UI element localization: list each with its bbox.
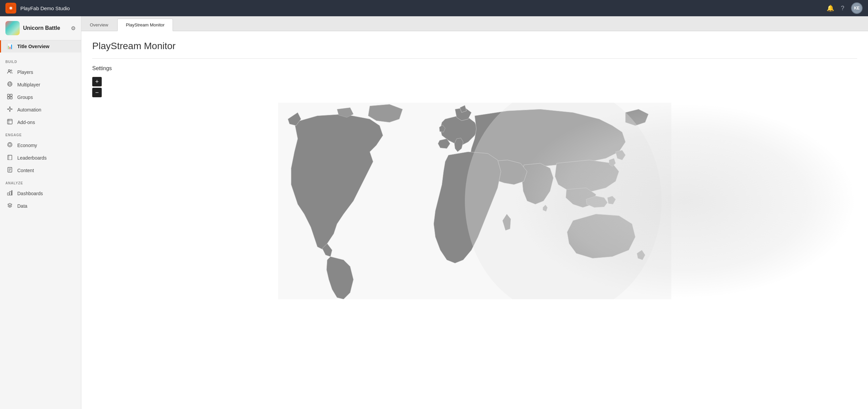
svg-point-36 <box>465 103 662 299</box>
svg-rect-33 <box>9 191 11 195</box>
groups-label: Groups <box>17 95 33 100</box>
svg-rect-7 <box>7 94 9 96</box>
svg-point-24 <box>9 144 11 146</box>
sidebar-item-players[interactable]: Players <box>0 66 81 78</box>
notifications-icon[interactable]: 🔔 <box>827 4 834 12</box>
world-map-container <box>92 103 857 299</box>
sidebar-item-multiplayer[interactable]: Multiplayer <box>0 78 81 91</box>
sidebar-item-automation[interactable]: Automation <box>0 103 81 116</box>
svg-point-23 <box>8 143 12 147</box>
svg-point-15 <box>12 109 12 109</box>
sidebar-item-title-overview[interactable]: 📊 Title Overview <box>0 40 81 53</box>
title-overview-label: Title Overview <box>17 44 50 49</box>
svg-rect-10 <box>10 97 12 99</box>
addons-label: Add-ons <box>17 120 35 125</box>
players-icon <box>6 69 13 75</box>
sidebar-item-economy[interactable]: Economy <box>0 139 81 151</box>
sidebar-item-groups[interactable]: Groups <box>0 91 81 103</box>
map-controls: + − <box>92 77 857 97</box>
section-build-label: BUILD <box>0 55 81 66</box>
automation-label: Automation <box>17 107 41 113</box>
topbar-actions: 🔔 ? KE <box>827 2 863 14</box>
leaderboards-label: Leaderboards <box>17 155 46 161</box>
dashboards-label: Dashboards <box>17 191 43 196</box>
automation-icon <box>6 106 13 113</box>
divider <box>92 58 857 59</box>
svg-point-13 <box>9 111 10 111</box>
zoom-out-button[interactable]: − <box>92 88 102 97</box>
world-map-svg <box>92 103 857 299</box>
svg-point-1 <box>9 7 12 9</box>
svg-point-2 <box>8 70 10 71</box>
page-title: PlayStream Monitor <box>92 41 857 52</box>
layout: Unicorn Battle ⚙ 📊 Title Overview BUILD <box>0 16 868 409</box>
settings-gear-icon[interactable]: ⚙ <box>71 25 76 32</box>
svg-rect-32 <box>7 193 9 195</box>
multiplayer-icon <box>6 81 13 88</box>
user-avatar[interactable]: KE <box>851 2 863 14</box>
game-icon <box>5 21 20 35</box>
addons-icon <box>6 119 13 125</box>
svg-point-3 <box>11 70 12 71</box>
settings-label: Settings <box>92 65 857 71</box>
svg-rect-8 <box>10 94 12 96</box>
sidebar-item-content[interactable]: Content <box>0 164 81 177</box>
topbar: PlayFab Demo Studio 🔔 ? KE <box>0 0 868 16</box>
economy-label: Economy <box>17 143 37 148</box>
section-engage-label: ENGAGE <box>0 128 81 139</box>
multiplayer-label: Multiplayer <box>17 82 40 87</box>
title-overview-icon: 📊 <box>6 43 13 49</box>
svg-point-11 <box>9 108 11 110</box>
content-label: Content <box>17 168 34 173</box>
game-title: Unicorn Battle <box>23 25 67 31</box>
svg-rect-34 <box>12 190 12 195</box>
dashboards-icon <box>6 190 13 197</box>
players-label: Players <box>17 69 33 75</box>
tab-bar: Overview PlayStream Monitor <box>81 16 868 31</box>
tab-overview[interactable]: Overview <box>81 19 117 31</box>
zoom-in-button[interactable]: + <box>92 77 102 86</box>
leaderboards-icon <box>6 155 13 161</box>
data-icon <box>6 203 13 209</box>
svg-rect-20 <box>7 119 12 124</box>
svg-point-12 <box>9 107 10 107</box>
section-analyze-label: ANALYZE <box>0 177 81 187</box>
svg-rect-27 <box>8 157 9 157</box>
groups-icon <box>6 94 13 100</box>
sidebar-item-dashboards[interactable]: Dashboards <box>0 187 81 200</box>
sidebar: Unicorn Battle ⚙ 📊 Title Overview BUILD <box>0 16 81 409</box>
sidebar-item-addons[interactable]: Add-ons <box>0 116 81 128</box>
main-content: Overview PlayStream Monitor PlayStream M… <box>81 16 868 409</box>
svg-rect-9 <box>7 97 9 99</box>
svg-rect-25 <box>8 155 12 160</box>
sidebar-item-leaderboards[interactable]: Leaderboards <box>0 151 81 164</box>
data-label: Data <box>17 203 27 209</box>
content-area: PlayStream Monitor Settings + − <box>81 31 868 409</box>
sidebar-nav: BUILD Players <box>0 53 81 215</box>
help-icon[interactable]: ? <box>841 5 844 12</box>
content-icon <box>6 167 13 173</box>
app-logo <box>5 3 16 14</box>
economy-icon <box>6 142 13 148</box>
app-title: PlayFab Demo Studio <box>20 5 823 11</box>
tab-playstream-monitor[interactable]: PlayStream Monitor <box>117 19 173 31</box>
svg-point-14 <box>7 109 8 109</box>
sidebar-item-data[interactable]: Data <box>0 200 81 212</box>
game-header: Unicorn Battle ⚙ <box>0 16 81 40</box>
